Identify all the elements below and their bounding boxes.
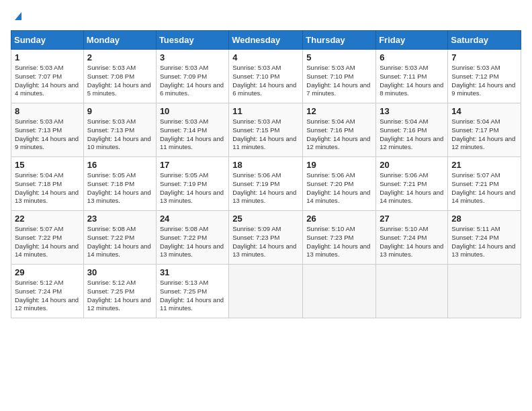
- day-number: 17: [160, 160, 225, 170]
- calendar-cell: [229, 265, 303, 318]
- calendar-cell: 17 Sunrise: 5:05 AMSunset: 7:19 PMDaylig…: [156, 157, 228, 211]
- calendar-week-4: 22 Sunrise: 5:07 AMSunset: 7:22 PMDaylig…: [11, 211, 521, 265]
- calendar-cell: 21 Sunrise: 5:07 AMSunset: 7:21 PMDaylig…: [448, 157, 521, 211]
- cell-info: Sunrise: 5:05 AMSunset: 7:18 PMDaylight:…: [87, 171, 151, 204]
- cell-info: Sunrise: 5:03 AMSunset: 7:08 PMDaylight:…: [87, 64, 151, 97]
- cell-info: Sunrise: 5:06 AMSunset: 7:20 PMDaylight:…: [306, 171, 370, 204]
- calendar-cell: 29 Sunrise: 5:12 AMSunset: 7:24 PMDaylig…: [11, 265, 84, 318]
- cell-info: Sunrise: 5:06 AMSunset: 7:19 PMDaylight:…: [232, 171, 296, 204]
- day-number: 24: [160, 214, 225, 224]
- cell-info: Sunrise: 5:08 AMSunset: 7:22 PMDaylight:…: [160, 225, 224, 258]
- day-number: 28: [451, 214, 517, 224]
- day-number: 29: [15, 267, 80, 277]
- day-number: 13: [380, 106, 444, 116]
- calendar-cell: 20 Sunrise: 5:06 AMSunset: 7:21 PMDaylig…: [376, 157, 448, 211]
- calendar-cell: 2 Sunrise: 5:03 AMSunset: 7:08 PMDayligh…: [83, 50, 156, 103]
- calendar-cell: 19 Sunrise: 5:06 AMSunset: 7:20 PMDaylig…: [303, 157, 376, 211]
- calendar-cell: 14 Sunrise: 5:04 AMSunset: 7:17 PMDaylig…: [448, 103, 521, 157]
- day-number: 25: [232, 214, 299, 224]
- calendar-cell: 28 Sunrise: 5:11 AMSunset: 7:24 PMDaylig…: [448, 211, 521, 265]
- cell-info: Sunrise: 5:04 AMSunset: 7:16 PMDaylight:…: [306, 118, 370, 150]
- calendar-cell: 26 Sunrise: 5:10 AMSunset: 7:23 PMDaylig…: [303, 211, 376, 265]
- day-number: 2: [87, 52, 152, 62]
- cell-info: Sunrise: 5:03 AMSunset: 7:14 PMDaylight:…: [160, 118, 224, 150]
- calendar-week-3: 15 Sunrise: 5:04 AMSunset: 7:18 PMDaylig…: [11, 157, 521, 211]
- calendar-cell: 12 Sunrise: 5:04 AMSunset: 7:16 PMDaylig…: [303, 103, 376, 157]
- calendar-body: 1 Sunrise: 5:03 AMSunset: 7:07 PMDayligh…: [11, 50, 521, 318]
- calendar-cell: 1 Sunrise: 5:03 AMSunset: 7:07 PMDayligh…: [11, 50, 84, 103]
- day-number: 4: [232, 52, 299, 62]
- cell-info: Sunrise: 5:04 AMSunset: 7:16 PMDaylight:…: [380, 118, 443, 150]
- cell-info: Sunrise: 5:09 AMSunset: 7:23 PMDaylight:…: [232, 225, 296, 258]
- cell-info: Sunrise: 5:03 AMSunset: 7:11 PMDaylight:…: [380, 64, 443, 97]
- cell-info: Sunrise: 5:10 AMSunset: 7:23 PMDaylight:…: [306, 225, 370, 258]
- cell-info: Sunrise: 5:04 AMSunset: 7:17 PMDaylight:…: [451, 118, 515, 150]
- day-number: 8: [15, 106, 80, 116]
- cell-info: Sunrise: 5:03 AMSunset: 7:10 PMDaylight:…: [306, 64, 370, 97]
- cell-info: Sunrise: 5:03 AMSunset: 7:10 PMDaylight:…: [232, 64, 296, 97]
- calendar-cell: 27 Sunrise: 5:10 AMSunset: 7:24 PMDaylig…: [376, 211, 448, 265]
- calendar-header-wednesday: Wednesday: [229, 31, 303, 50]
- day-number: 22: [15, 214, 80, 224]
- calendar-cell: 6 Sunrise: 5:03 AMSunset: 7:11 PMDayligh…: [376, 50, 448, 103]
- calendar-cell: 15 Sunrise: 5:04 AMSunset: 7:18 PMDaylig…: [11, 157, 84, 211]
- cell-info: Sunrise: 5:03 AMSunset: 7:13 PMDaylight:…: [15, 118, 79, 150]
- cell-info: Sunrise: 5:06 AMSunset: 7:21 PMDaylight:…: [380, 171, 443, 204]
- calendar-header-friday: Friday: [376, 31, 448, 50]
- calendar-cell: 10 Sunrise: 5:03 AMSunset: 7:14 PMDaylig…: [156, 103, 228, 157]
- calendar-cell: [448, 265, 521, 318]
- day-number: 19: [306, 160, 372, 170]
- calendar-cell: 30 Sunrise: 5:12 AMSunset: 7:25 PMDaylig…: [83, 265, 156, 318]
- day-number: 9: [87, 106, 152, 116]
- calendar-cell: [376, 265, 448, 318]
- calendar-cell: 23 Sunrise: 5:08 AMSunset: 7:22 PMDaylig…: [83, 211, 156, 265]
- day-number: 1: [15, 52, 80, 62]
- day-number: 21: [451, 160, 517, 170]
- cell-info: Sunrise: 5:07 AMSunset: 7:21 PMDaylight:…: [451, 171, 515, 204]
- cell-info: Sunrise: 5:04 AMSunset: 7:18 PMDaylight:…: [15, 171, 79, 204]
- calendar-cell: 13 Sunrise: 5:04 AMSunset: 7:16 PMDaylig…: [376, 103, 448, 157]
- calendar-header-row: SundayMondayTuesdayWednesdayThursdayFrid…: [11, 31, 521, 50]
- day-number: 6: [380, 52, 444, 62]
- cell-info: Sunrise: 5:03 AMSunset: 7:15 PMDaylight:…: [232, 118, 296, 150]
- cell-info: Sunrise: 5:03 AMSunset: 7:09 PMDaylight:…: [160, 64, 224, 97]
- day-number: 12: [306, 106, 372, 116]
- cell-info: Sunrise: 5:03 AMSunset: 7:13 PMDaylight:…: [87, 118, 151, 150]
- calendar-week-2: 8 Sunrise: 5:03 AMSunset: 7:13 PMDayligh…: [11, 103, 521, 157]
- day-number: 16: [87, 160, 152, 170]
- calendar-table: SundayMondayTuesdayWednesdayThursdayFrid…: [11, 30, 521, 318]
- day-number: 18: [232, 160, 299, 170]
- calendar-week-1: 1 Sunrise: 5:03 AMSunset: 7:07 PMDayligh…: [11, 50, 521, 103]
- calendar-cell: 9 Sunrise: 5:03 AMSunset: 7:13 PMDayligh…: [83, 103, 156, 157]
- calendar-cell: 16 Sunrise: 5:05 AMSunset: 7:18 PMDaylig…: [83, 157, 156, 211]
- calendar-cell: 8 Sunrise: 5:03 AMSunset: 7:13 PMDayligh…: [11, 103, 84, 157]
- calendar-cell: 25 Sunrise: 5:09 AMSunset: 7:23 PMDaylig…: [229, 211, 303, 265]
- day-number: 23: [87, 214, 152, 224]
- day-number: 7: [451, 52, 517, 62]
- cell-info: Sunrise: 5:10 AMSunset: 7:24 PMDaylight:…: [380, 225, 443, 258]
- svg-marker-0: [15, 12, 21, 20]
- day-number: 26: [306, 214, 372, 224]
- logo: [11, 11, 23, 24]
- cell-info: Sunrise: 5:12 AMSunset: 7:25 PMDaylight:…: [87, 279, 151, 312]
- day-number: 20: [380, 160, 444, 170]
- day-number: 31: [160, 267, 225, 277]
- cell-info: Sunrise: 5:13 AMSunset: 7:25 PMDaylight:…: [160, 279, 224, 312]
- calendar-week-5: 29 Sunrise: 5:12 AMSunset: 7:24 PMDaylig…: [11, 265, 521, 318]
- calendar-cell: [303, 265, 376, 318]
- calendar-cell: 7 Sunrise: 5:03 AMSunset: 7:12 PMDayligh…: [448, 50, 521, 103]
- calendar-header-saturday: Saturday: [448, 31, 521, 50]
- day-number: 27: [380, 214, 444, 224]
- day-number: 30: [87, 267, 152, 277]
- calendar-cell: 22 Sunrise: 5:07 AMSunset: 7:22 PMDaylig…: [11, 211, 84, 265]
- day-number: 15: [15, 160, 80, 170]
- page-header: [11, 11, 521, 24]
- cell-info: Sunrise: 5:07 AMSunset: 7:22 PMDaylight:…: [15, 225, 79, 258]
- day-number: 14: [451, 106, 517, 116]
- cell-info: Sunrise: 5:03 AMSunset: 7:12 PMDaylight:…: [451, 64, 515, 97]
- calendar-cell: 18 Sunrise: 5:06 AMSunset: 7:19 PMDaylig…: [229, 157, 303, 211]
- cell-info: Sunrise: 5:11 AMSunset: 7:24 PMDaylight:…: [451, 225, 515, 258]
- cell-info: Sunrise: 5:12 AMSunset: 7:24 PMDaylight:…: [15, 279, 79, 312]
- calendar-header-tuesday: Tuesday: [156, 31, 228, 50]
- calendar-cell: 5 Sunrise: 5:03 AMSunset: 7:10 PMDayligh…: [303, 50, 376, 103]
